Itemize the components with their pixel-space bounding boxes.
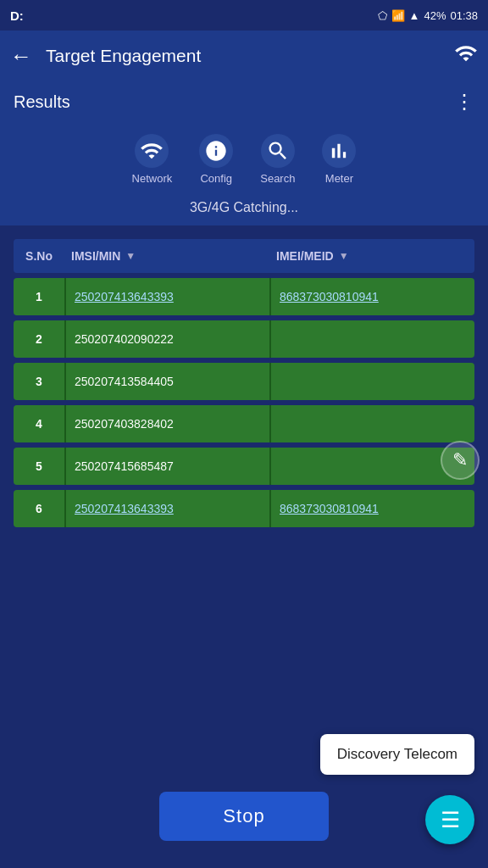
toolbar-item-meter[interactable]: Meter	[322, 134, 356, 185]
table-row: 5250207415685487	[14, 448, 474, 485]
edit-fab-button[interactable]: ✎	[441, 441, 480, 480]
table-row: 2250207402090222	[14, 320, 474, 358]
catching-status: 3G/4G Catching...	[0, 193, 488, 225]
battery-indicator: 42%	[424, 9, 446, 22]
cell-imsi[interactable]: 250207413643393	[64, 278, 269, 315]
results-table: S.No IMSI/MIN ▼ IMEI/MEID ▼ 125020741364…	[14, 234, 474, 532]
status-app-icon: D:	[10, 8, 24, 23]
results-bar: Results ⋮	[0, 81, 488, 122]
cell-sno: 1	[14, 278, 64, 315]
cell-imei	[269, 405, 474, 442]
cell-sno: 6	[14, 490, 64, 527]
cell-imei[interactable]: 868373030810941	[269, 490, 474, 527]
cell-imsi: 250207413584405	[64, 363, 269, 400]
cell-imsi[interactable]: 250207413643393	[64, 490, 269, 527]
chat-icon: ☰	[441, 807, 460, 833]
config-label: Config	[200, 172, 232, 185]
more-options-button[interactable]: ⋮	[454, 90, 474, 114]
toolbar-item-network[interactable]: Network	[132, 134, 173, 185]
meter-label: Meter	[325, 172, 353, 185]
cell-sno: 2	[14, 320, 64, 358]
bluetooth-icon: ⬠	[378, 9, 387, 22]
meter-icon	[322, 134, 356, 168]
imei-col-label: IMEI/MEID	[276, 249, 334, 263]
network-status-icon[interactable]	[454, 42, 478, 70]
cell-imsi: 250207415685487	[64, 448, 269, 485]
clock: 01:38	[450, 9, 478, 22]
cell-sno: 4	[14, 405, 64, 442]
toolbar: Network Config Search Meter	[0, 122, 488, 193]
table-row: 4250207403828402	[14, 405, 474, 442]
discovery-telecom-button[interactable]: Discovery Telecom	[320, 734, 474, 775]
config-icon	[199, 134, 233, 168]
cell-imei	[269, 320, 474, 358]
imsi-dropdown-icon[interactable]: ▼	[125, 250, 136, 262]
stop-button[interactable]: Stop	[159, 792, 329, 841]
table-row: 3250207413584405	[14, 363, 474, 400]
table-row: 6250207413643393868373030810941	[14, 490, 474, 527]
toolbar-item-config[interactable]: Config	[199, 134, 233, 185]
app-bar-title: Target Engagement	[46, 46, 441, 66]
results-table-container: S.No IMSI/MIN ▼ IMEI/MEID ▼ 125020741364…	[0, 225, 488, 541]
cell-sno: 5	[14, 448, 64, 485]
network-label: Network	[132, 172, 173, 185]
app-bar: ← Target Engagement	[0, 31, 488, 81]
search-label: Search	[260, 172, 295, 185]
cell-imsi: 250207403828402	[64, 405, 269, 442]
search-icon	[261, 134, 295, 168]
status-bar: D: ⬠ 📶 ▲ 42% 01:38	[0, 0, 488, 31]
col-header-imei[interactable]: IMEI/MEID ▼	[269, 239, 474, 273]
col-header-imsi[interactable]: IMSI/MIN ▼	[64, 239, 269, 273]
imsi-col-label: IMSI/MIN	[71, 249, 120, 263]
toolbar-item-search[interactable]: Search	[260, 134, 295, 185]
back-button[interactable]: ←	[10, 43, 32, 70]
results-title: Results	[14, 92, 70, 112]
table-header-row: S.No IMSI/MIN ▼ IMEI/MEID ▼	[14, 239, 474, 273]
col-header-sno: S.No	[14, 239, 64, 273]
cell-imei[interactable]: 868373030810941	[269, 278, 474, 315]
signal-icon: ▲	[409, 9, 420, 22]
cell-imsi: 250207402090222	[64, 320, 269, 358]
cell-sno: 3	[14, 363, 64, 400]
imei-dropdown-icon[interactable]: ▼	[339, 250, 349, 262]
table-row: 1250207413643393868373030810941	[14, 278, 474, 315]
network-icon	[135, 134, 169, 168]
chat-fab-button[interactable]: ☰	[425, 795, 474, 844]
cell-imei	[269, 363, 474, 400]
wifi-icon: 📶	[391, 9, 405, 22]
status-right-icons: ⬠ 📶 ▲ 42% 01:38	[378, 9, 478, 22]
